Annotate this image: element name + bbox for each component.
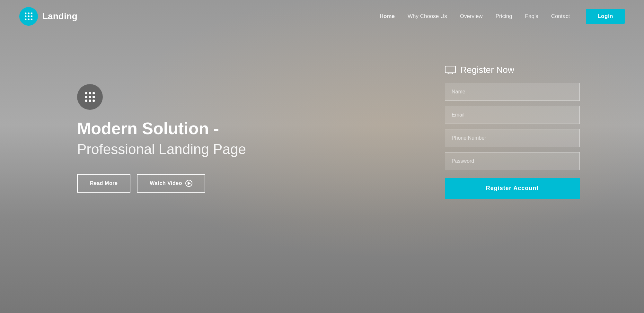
brand-name: Landing: [42, 11, 77, 22]
hero-buttons: Read More Watch Video: [77, 174, 246, 193]
register-now-label: Register Now: [460, 65, 514, 75]
brand-logo-icon: [19, 7, 38, 26]
hero-blackberry-icon: [84, 91, 96, 103]
svg-rect-10: [89, 92, 91, 94]
svg-rect-15: [85, 100, 87, 102]
read-more-button[interactable]: Read More: [77, 174, 130, 193]
svg-rect-14: [93, 96, 95, 98]
hero-title-light: Professional Landing Page: [77, 141, 246, 158]
name-input[interactable]: [445, 83, 580, 101]
svg-rect-4: [28, 15, 29, 17]
svg-rect-5: [31, 15, 32, 17]
password-field-wrapper: [445, 152, 580, 170]
svg-rect-13: [89, 96, 91, 98]
hero-headline: Modern Solution - Professional Landing P…: [77, 119, 246, 158]
register-account-button[interactable]: Register Account: [445, 178, 580, 199]
svg-rect-7: [28, 19, 29, 20]
phone-input[interactable]: [445, 129, 580, 147]
login-button[interactable]: Login: [586, 9, 625, 24]
svg-rect-3: [25, 15, 26, 17]
nav-link-why-choose-us[interactable]: Why Choose Us: [408, 13, 447, 19]
phone-field-wrapper: [445, 129, 580, 147]
svg-rect-1: [28, 13, 29, 14]
nav-links: Home Why Choose Us Overview Pricing Faq'…: [380, 13, 570, 20]
svg-rect-8: [31, 19, 32, 20]
email-field-wrapper: [445, 106, 580, 124]
svg-rect-0: [25, 13, 26, 14]
navbar: Landing Home Why Choose Us Overview Pric…: [0, 0, 644, 33]
nav-link-contact[interactable]: Contact: [551, 13, 570, 19]
register-form-container: Register Now Register Account: [445, 65, 580, 199]
brand: Landing: [19, 7, 77, 26]
nav-link-pricing[interactable]: Pricing: [496, 13, 512, 19]
email-input[interactable]: [445, 106, 580, 124]
svg-rect-6: [25, 19, 26, 20]
hero-content: Modern Solution - Professional Landing P…: [0, 46, 644, 199]
svg-rect-2: [31, 13, 32, 14]
password-input[interactable]: [445, 152, 580, 170]
svg-rect-11: [93, 92, 95, 94]
play-icon: [185, 180, 192, 187]
svg-rect-17: [93, 100, 95, 102]
register-title: Register Now: [445, 65, 580, 75]
svg-rect-9: [85, 92, 87, 94]
svg-rect-18: [445, 66, 455, 73]
nav-link-faqs[interactable]: Faq's: [525, 13, 538, 19]
blackberry-icon: [23, 11, 34, 22]
svg-rect-12: [85, 96, 87, 98]
nav-link-overview[interactable]: Overview: [460, 13, 483, 19]
nav-link-home[interactable]: Home: [380, 13, 395, 19]
hero-icon-circle: [77, 84, 103, 110]
svg-rect-16: [89, 100, 91, 102]
name-field-wrapper: [445, 83, 580, 101]
hero-left: Modern Solution - Professional Landing P…: [77, 84, 246, 193]
monitor-icon: [445, 66, 456, 74]
watch-video-button[interactable]: Watch Video: [137, 174, 205, 193]
hero-title-bold: Modern Solution -: [77, 119, 246, 138]
